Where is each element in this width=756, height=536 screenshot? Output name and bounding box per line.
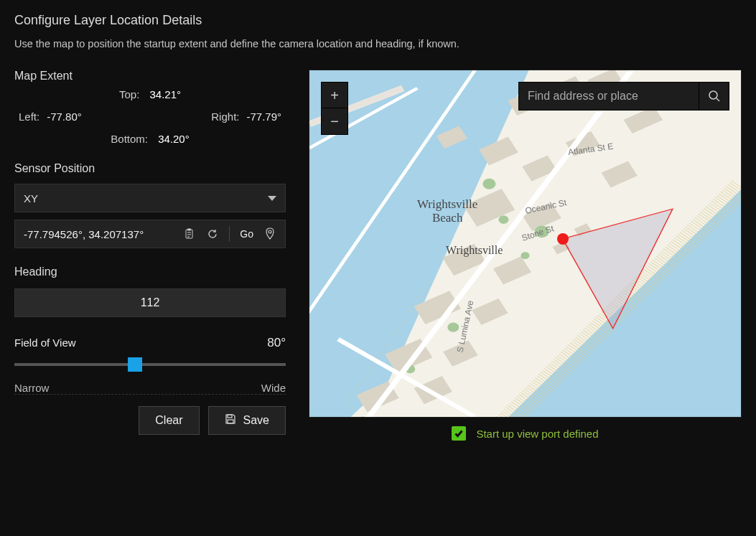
- extent-top-value: 34.21°: [149, 88, 181, 100]
- map-terrain: [309, 70, 741, 417]
- svg-point-33: [447, 322, 459, 332]
- extent-left-label: Left:: [19, 111, 39, 123]
- svg-rect-1: [187, 229, 191, 231]
- refresh-icon[interactable]: [203, 225, 222, 243]
- status-check-icon: [452, 426, 466, 441]
- map-search: [518, 82, 729, 111]
- extent-left-value: -77.80°: [47, 111, 82, 123]
- save-button-label: Save: [243, 414, 269, 427]
- map-extent-heading: Map Extent: [14, 70, 286, 83]
- fov-slider-thumb[interactable]: [128, 357, 142, 372]
- fov-wide-label: Wide: [261, 382, 286, 394]
- clear-button[interactable]: Clear: [139, 406, 199, 435]
- clipboard-icon[interactable]: [180, 225, 199, 243]
- map-place-label-2: Wrightsville: [446, 244, 503, 257]
- sensor-marker[interactable]: [557, 233, 569, 245]
- svg-point-32: [521, 252, 529, 259]
- divider: [229, 226, 230, 242]
- page-title: Configure Layer Location Details: [14, 13, 742, 28]
- svg-rect-3: [228, 415, 232, 418]
- status-text: Start up view port defined: [476, 428, 598, 440]
- page-subtitle: Use the map to position the startup exte…: [14, 38, 742, 50]
- zoom-in-button[interactable]: +: [322, 83, 347, 108]
- go-button[interactable]: Go: [237, 228, 256, 240]
- svg-point-29: [482, 179, 495, 189]
- search-icon: [708, 90, 721, 103]
- extent-top-label: Top:: [119, 88, 146, 100]
- svg-point-36: [709, 91, 717, 99]
- coordinate-input-row: Go: [14, 220, 286, 248]
- coordinate-input[interactable]: [24, 228, 176, 240]
- svg-rect-4: [228, 420, 233, 423]
- fov-value: 80°: [267, 336, 286, 350]
- map-extent-values: Top: 34.21° Left: -77.80° Right: -77.79°…: [14, 88, 286, 145]
- sensor-mode-value: XY: [24, 192, 38, 204]
- fov-label: Field of View: [14, 337, 76, 349]
- zoom-out-button[interactable]: −: [322, 108, 347, 134]
- sensor-position-heading: Sensor Position: [14, 162, 286, 175]
- heading-input[interactable]: [14, 288, 286, 317]
- map-search-input[interactable]: [519, 83, 699, 110]
- fov-narrow-label: Narrow: [14, 382, 49, 394]
- sensor-mode-select[interactable]: XY: [14, 184, 286, 212]
- clear-button-label: Clear: [155, 414, 182, 427]
- chevron-down-icon: [268, 196, 276, 201]
- svg-point-30: [498, 215, 508, 224]
- map-place-label: WrightsvilleBeach: [417, 198, 477, 225]
- svg-point-2: [269, 230, 271, 233]
- map-status-bar: Start up view port defined: [309, 418, 742, 449]
- map-zoom-controls: + −: [321, 82, 348, 135]
- extent-bottom-value: 34.20°: [158, 133, 190, 145]
- svg-line-37: [717, 98, 719, 101]
- extent-right-label: Right:: [211, 111, 239, 123]
- extent-bottom-label: Bottom:: [111, 133, 155, 145]
- extent-right-value: -77.79°: [246, 111, 281, 123]
- fov-slider[interactable]: [14, 363, 286, 366]
- search-button[interactable]: [699, 83, 729, 110]
- heading-label: Heading: [14, 265, 286, 278]
- map-viewport[interactable]: WrightsvilleBeach Wrightsville Atlanta S…: [309, 70, 742, 418]
- save-button[interactable]: Save: [208, 406, 286, 435]
- config-panel: Map Extent Top: 34.21° Left: -77.80° Rig…: [0, 70, 300, 449]
- save-icon: [225, 413, 236, 428]
- location-pin-icon[interactable]: [261, 225, 279, 243]
